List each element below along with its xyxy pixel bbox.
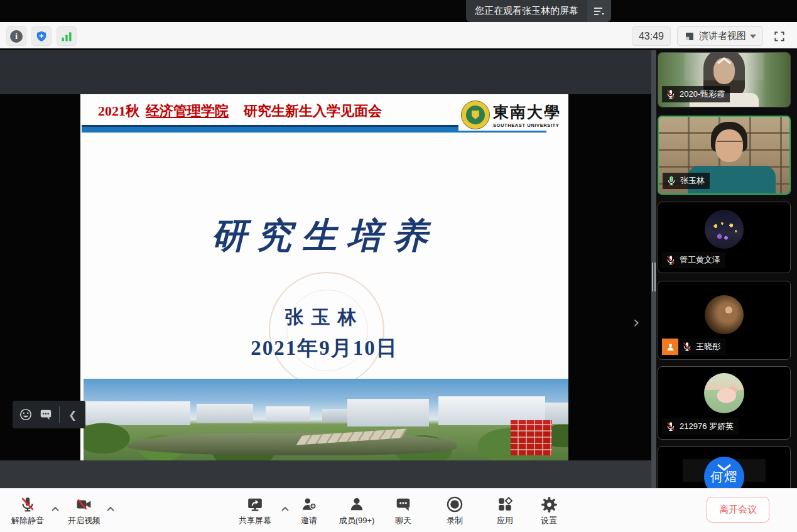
mic-muted-icon	[666, 421, 676, 432]
list-lines-icon	[594, 6, 605, 16]
participant-name-label: 张玉林	[663, 173, 710, 189]
avatar	[704, 373, 744, 413]
emoji-smiley-icon[interactable]	[19, 408, 33, 421]
view-selector-button[interactable]: 演讲者视图	[677, 26, 763, 46]
fullscreen-icon	[773, 30, 786, 43]
participants-sidebar: 2020-甄彩霞 张玉	[651, 50, 797, 488]
photo-lake	[127, 433, 457, 455]
photo-red-seal	[511, 420, 552, 455]
top-banner: 您正在观看张玉林的屏幕	[0, 0, 797, 22]
participant-tile-active-speaker[interactable]: 张玉林	[658, 116, 791, 195]
campus-photo	[84, 379, 568, 460]
meeting-info-button[interactable]: i	[6, 26, 26, 46]
mic-muted-icon	[682, 342, 692, 352]
participant-name-label: 管工黄文泽	[662, 252, 725, 268]
mic-muted-icon	[666, 89, 676, 99]
record-button[interactable]: 录制	[431, 494, 479, 526]
pill-divider	[59, 406, 60, 423]
participant-name-label: 212976 罗娇英	[662, 418, 739, 435]
record-icon	[446, 496, 464, 513]
settings-gear-icon	[541, 496, 558, 513]
chat-button[interactable]: 聊天	[383, 494, 423, 526]
university-name-en: SOUTHEAST UNIVERSITY	[493, 122, 561, 128]
chevron-down-icon	[750, 35, 756, 38]
apps-grid-icon	[497, 496, 513, 513]
apps-button[interactable]: 应用	[481, 494, 529, 526]
settings-button[interactable]: 设置	[526, 494, 572, 526]
university-name-cn: 東南大學	[493, 102, 561, 122]
share-screen-icon	[246, 496, 264, 513]
sidebar-resize-strip[interactable]	[651, 50, 656, 488]
invite-button[interactable]: 邀请	[289, 494, 329, 526]
leave-meeting-button[interactable]: 离开会议	[707, 497, 769, 523]
share-options-chevron[interactable]	[281, 502, 289, 514]
chat-bubble-icon[interactable]	[39, 408, 53, 421]
members-icon	[349, 496, 365, 513]
banner-menu-button[interactable]	[587, 0, 611, 22]
university-logo: 東南大學 SOUTHEAST UNIVERSITY	[458, 99, 563, 131]
slide-presenter: 张玉林	[80, 305, 568, 330]
share-letterbox-bottom	[0, 460, 651, 488]
scroll-up-overlay[interactable]	[685, 53, 764, 80]
fullscreen-button[interactable]	[769, 26, 789, 46]
meeting-timer: 43:49	[632, 26, 671, 46]
video-options-chevron[interactable]	[107, 502, 114, 514]
chat-icon	[395, 496, 411, 513]
mic-muted-icon	[666, 255, 676, 265]
participant-tile[interactable]: 212976 罗娇英	[658, 366, 791, 440]
avatar	[705, 210, 744, 249]
signal-bars-icon	[60, 30, 73, 43]
participant-tile[interactable]: 王晓彤	[658, 281, 791, 360]
chevron-up-icon	[716, 57, 732, 65]
expand-right-icon[interactable]: ›	[633, 313, 639, 332]
host-badge-icon	[662, 339, 678, 355]
view-selector-label: 演讲者视图	[699, 30, 746, 42]
share-letterbox-top	[0, 50, 651, 94]
collapse-left-icon[interactable]: ❮	[66, 409, 79, 421]
info-icon: i	[10, 30, 23, 43]
shield-plus-icon	[35, 30, 48, 43]
unmute-button[interactable]: 解除静音	[5, 494, 50, 526]
watching-banner-text: 您正在观看张玉林的屏幕	[466, 0, 587, 22]
slide-date: 2021年9月10日	[80, 334, 568, 362]
camera-off-icon	[75, 496, 93, 513]
main-area: 2021秋经济管理学院研究生新生入学见面会 東南大學 SOUTHEAST UNI…	[0, 50, 797, 488]
participant-tile[interactable]: 2020-甄彩霞	[658, 52, 791, 107]
mic-muted-icon	[19, 496, 36, 513]
participant-tile[interactable]: 何熠	[658, 446, 791, 488]
participant-tile[interactable]: 管工黄文泽	[658, 202, 791, 273]
control-bar: 解除静音 开启视频	[0, 488, 797, 532]
start-video-button[interactable]: 开启视频	[62, 494, 107, 526]
university-emblem-icon	[461, 100, 490, 129]
security-button[interactable]	[31, 26, 52, 46]
chevron-down-icon[interactable]	[716, 463, 732, 474]
watching-banner: 您正在观看张玉林的屏幕	[466, 0, 611, 22]
participant-name-label: 2020-甄彩霞	[662, 86, 730, 102]
app-toolbar: i 43:49	[0, 22, 797, 50]
slide-main-title: 研究生培养	[80, 212, 568, 260]
avatar	[705, 295, 744, 334]
meeting-window: 您正在观看张玉林的屏幕 i	[0, 0, 797, 532]
participant-name-label: 王晓彤	[662, 339, 725, 355]
network-signal-button[interactable]	[57, 26, 77, 46]
members-button[interactable]: 成员(99+)	[332, 494, 382, 526]
share-screen-button[interactable]: 共享屏幕	[230, 494, 280, 526]
reaction-pill: ❮	[13, 401, 85, 428]
slide-header-title: 2021秋经济管理学院研究生新生入学见面会	[98, 102, 382, 121]
mic-options-chevron[interactable]	[52, 502, 59, 514]
presentation-slide: 2021秋经济管理学院研究生新生入学见面会 東南大學 SOUTHEAST UNI…	[80, 94, 568, 460]
layout-view-icon	[684, 31, 695, 42]
shared-screen-area: 2021秋经济管理学院研究生新生入学见面会 東南大學 SOUTHEAST UNI…	[0, 50, 651, 488]
invite-person-icon	[301, 496, 318, 513]
drag-handle-icon[interactable]	[652, 263, 656, 291]
mic-active-icon	[666, 176, 676, 186]
